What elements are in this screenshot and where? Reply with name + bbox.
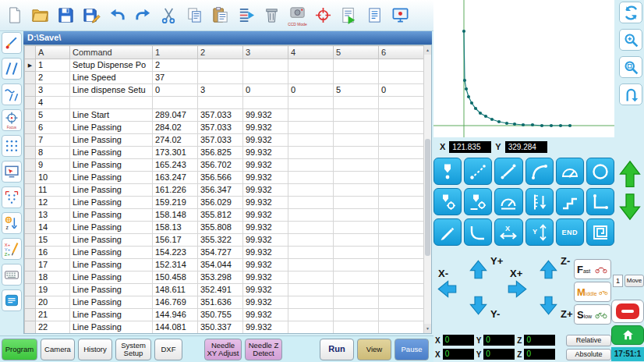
column-header[interactable]: Command [70,46,153,59]
table-cell[interactable]: 3 [36,84,70,97]
table-cell[interactable]: Line Passing [70,147,153,159]
absolute-mode-button[interactable]: Absolute [566,349,611,360]
relative-mode-button[interactable]: Relative [566,335,611,346]
table-cell[interactable]: 99.932 [243,184,288,197]
slow-speed-button[interactable]: Slow [574,304,611,325]
table-cell[interactable] [153,97,198,109]
table-cell[interactable] [288,321,334,334]
table-cell[interactable] [379,272,424,284]
table-cell[interactable]: Line Passing [70,309,153,321]
circle-button[interactable] [586,158,614,185]
table-cell[interactable]: 158.13 [153,222,198,234]
table-cell[interactable]: 20 [36,296,70,309]
fillet-button[interactable] [464,218,492,246]
list-up-button[interactable] [617,159,642,189]
table-cell[interactable]: 5 [334,84,379,97]
redo-button[interactable] [131,2,155,29]
table-row[interactable]: 20Line Passing146.769351.63699.932 [25,296,424,309]
table-cell[interactable]: 19 [36,284,70,296]
tab-needle-z-detect[interactable]: Needle Z Detect [245,339,282,360]
column-header[interactable]: 4 [288,46,334,59]
table-cell[interactable] [334,197,379,209]
table-cell[interactable]: Line Passing [70,197,153,209]
point-setup-button[interactable] [433,188,462,215]
table-cell[interactable]: 2 [153,59,198,72]
table-cell[interactable] [379,197,424,209]
table-cell[interactable]: 9 [36,159,70,172]
table-cell[interactable] [334,296,379,309]
tab-system-setup[interactable]: System Setup [115,339,151,360]
table-cell[interactable] [334,234,379,247]
table-cell[interactable]: 284.02 [153,122,198,134]
table-cell[interactable]: 99.932 [243,172,288,184]
table-cell[interactable]: 12 [36,197,70,209]
table-cell[interactable] [379,122,424,134]
table-cell[interactable]: 350.755 [198,309,243,321]
table-cell[interactable] [334,159,379,172]
table-cell[interactable] [288,296,334,309]
table-cell[interactable] [379,109,424,122]
table-cell[interactable] [379,247,424,259]
table-cell[interactable]: 99.932 [243,321,288,334]
tab-run[interactable]: Run [320,339,354,360]
table-cell[interactable]: 0 [153,84,198,97]
table-row[interactable]: 21Line Passing144.946350.75599.932 [25,309,424,321]
table-cell[interactable] [243,72,288,84]
fast-speed-button[interactable]: Fast [574,259,611,279]
column-header[interactable]: A [36,46,70,59]
open-file-button[interactable] [28,2,52,29]
table-cell[interactable]: 99.932 [243,122,288,134]
xyz-edit-button[interactable]: X+Y+Z+ [2,238,22,260]
height-setup-button[interactable] [525,188,554,215]
table-cell[interactable] [379,209,424,222]
jog-z-minus-button[interactable]: Z- [538,256,570,283]
table-cell[interactable]: 0 [243,84,288,97]
table-cell[interactable]: 8 [36,147,70,159]
table-cell[interactable]: 1 [36,59,70,72]
table-cell[interactable] [379,72,424,84]
table-cell[interactable] [334,72,379,84]
speed-setup-button[interactable] [494,188,522,215]
screen-capture-button[interactable] [2,161,22,183]
table-cell[interactable]: Line Passing [70,272,153,284]
table-cell[interactable]: 146.769 [153,296,198,309]
table-cell[interactable] [288,147,334,159]
table-cell[interactable]: Line Passing [70,296,153,309]
column-header[interactable]: 2 [198,46,243,59]
table-cell[interactable] [334,172,379,184]
table-cell[interactable]: 148.611 [153,284,198,296]
table-row[interactable]: 10Line Passing163.247356.56699.932 [25,172,424,184]
cut-button[interactable] [157,2,181,29]
table-row[interactable]: 15Line Passing156.17355.32299.932 [25,234,424,247]
y-measure-button[interactable]: Y [525,218,554,246]
angle-button[interactable] [556,158,584,185]
table-cell[interactable] [379,296,424,309]
table-cell[interactable] [288,234,334,247]
column-header[interactable]: 3 [243,46,288,59]
table-cell[interactable]: 357.033 [198,109,243,122]
table-cell[interactable] [334,122,379,134]
tab-program[interactable]: Program [2,339,37,360]
table-cell[interactable]: 21 [36,309,70,321]
tab-view[interactable]: View [357,339,391,360]
move-button[interactable]: Move [625,275,644,287]
insert-row-button[interactable] [234,2,258,29]
point-line-button[interactable] [464,158,492,185]
zoom-button[interactable] [619,29,642,51]
table-cell[interactable] [288,72,334,84]
table-cell[interactable]: 144.081 [153,321,198,334]
table-cell[interactable]: 99.932 [243,109,288,122]
table-cell[interactable]: Setup Dispense Po [70,59,153,72]
table-row[interactable]: 6Line Passing284.02357.03399.932 [25,122,424,134]
table-cell[interactable] [379,234,424,247]
table-row[interactable]: 14Line Passing158.13355.80899.932 [25,222,424,234]
table-cell[interactable] [379,321,424,334]
table-cell[interactable]: 4 [36,97,70,109]
x-measure-button[interactable]: X [494,218,522,246]
table-cell[interactable]: 357.033 [198,122,243,134]
table-cell[interactable] [379,259,424,272]
parallel-lines-button[interactable] [2,58,22,80]
table-cell[interactable] [334,272,379,284]
table-cell[interactable] [334,309,379,321]
table-cell[interactable] [288,209,334,222]
